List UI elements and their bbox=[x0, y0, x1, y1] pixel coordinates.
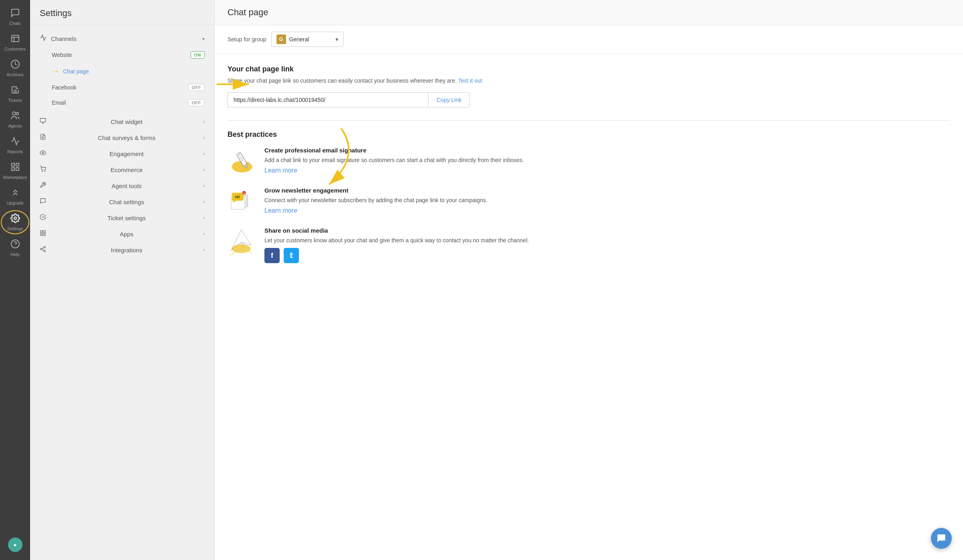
nav-customers[interactable]: Customers bbox=[0, 30, 30, 55]
nav-archives[interactable]: Archives bbox=[0, 55, 30, 81]
facebook-share-button[interactable]: f bbox=[264, 248, 280, 263]
ecommerce-chevron: › bbox=[203, 167, 205, 172]
chat-surveys-chevron: › bbox=[203, 135, 205, 140]
customers-icon bbox=[10, 34, 20, 45]
nav-marketplace[interactable]: Marketplace bbox=[0, 158, 30, 184]
email-signature-title: Create professional email signature bbox=[264, 147, 524, 154]
nav-settings[interactable]: Settings bbox=[0, 209, 30, 235]
practice-newsletter: Hi! ! Grow newsletter engagement Connect… bbox=[228, 187, 950, 216]
channel-facebook[interactable]: Facebook OFF bbox=[30, 80, 214, 95]
channels-label: Channels bbox=[51, 35, 76, 42]
section-ecommerce-label: Ecommerce bbox=[110, 166, 142, 173]
channel-chat-page-label: Chat page bbox=[63, 68, 89, 75]
settings-title: Settings bbox=[30, 0, 214, 25]
content-area: Your chat page link Share your chat page… bbox=[215, 54, 963, 560]
agent-tools-icon bbox=[40, 182, 46, 190]
marketplace-icon bbox=[10, 162, 20, 173]
nav-chats-label: Chats bbox=[9, 21, 21, 26]
best-practices-title: Best practices bbox=[228, 130, 950, 139]
section-ticket-settings[interactable]: Ticket settings › bbox=[30, 210, 214, 226]
svg-rect-11 bbox=[16, 168, 19, 170]
engagement-chevron: › bbox=[203, 151, 205, 156]
group-selector-bar: Setup for group G General ▾ bbox=[215, 25, 963, 54]
nav-tickets-label: Tickets bbox=[8, 98, 22, 103]
section-integrations-label: Integrations bbox=[111, 247, 142, 254]
nav-help-label: Help bbox=[10, 252, 20, 257]
svg-rect-8 bbox=[12, 163, 14, 166]
integrations-icon bbox=[40, 246, 46, 254]
settings-icon bbox=[10, 213, 20, 225]
group-name: General bbox=[289, 36, 309, 43]
nav-help[interactable]: Help bbox=[0, 235, 30, 261]
section-chat-surveys[interactable]: Chat surveys & forms › bbox=[30, 130, 214, 146]
chat-widget-chevron: › bbox=[203, 119, 205, 124]
ticket-settings-chevron: › bbox=[203, 215, 205, 221]
floating-chat-button[interactable] bbox=[931, 528, 952, 549]
chat-settings-icon bbox=[40, 198, 46, 206]
chat-page-link-desc: Share your chat page link so customers c… bbox=[228, 77, 950, 85]
svg-rect-25 bbox=[41, 233, 43, 235]
user-avatar[interactable]: ● bbox=[8, 538, 22, 552]
svg-point-12 bbox=[14, 217, 16, 219]
svg-rect-23 bbox=[41, 231, 43, 233]
nav-chats[interactable]: Chats bbox=[0, 4, 30, 30]
email-signature-icon-area bbox=[228, 147, 256, 176]
nav-reports[interactable]: Reports bbox=[0, 132, 30, 158]
email-signature-illustration bbox=[228, 147, 256, 176]
section-integrations[interactable]: Integrations › bbox=[30, 242, 214, 258]
settings-sidebar: Settings Channels ▾ Website ON → Chat pa… bbox=[30, 0, 215, 560]
svg-rect-9 bbox=[16, 163, 19, 166]
twitter-share-button[interactable]: 𝕥 bbox=[284, 248, 299, 263]
channels-header[interactable]: Channels ▾ bbox=[30, 30, 214, 47]
newsletter-icon-area: Hi! ! bbox=[228, 187, 256, 216]
channel-chat-page[interactable]: → Chat page bbox=[30, 63, 214, 80]
nav-agents[interactable]: Agents bbox=[0, 107, 30, 132]
social-media-title: Share on social media bbox=[264, 227, 529, 234]
chat-page-url-input[interactable] bbox=[228, 92, 428, 108]
copy-link-button[interactable]: Copy Link bbox=[428, 92, 470, 108]
left-nav: Chats Customers Archives Tickets Agents … bbox=[0, 0, 30, 560]
nav-tickets[interactable]: Tickets bbox=[0, 81, 30, 107]
svg-line-30 bbox=[42, 250, 44, 251]
section-chat-widget[interactable]: Chat widget › bbox=[30, 114, 214, 130]
link-input-row: Copy Link bbox=[228, 92, 950, 108]
practice-email-signature: Create professional email signature Add … bbox=[228, 147, 950, 176]
test-it-out-link[interactable]: Test it out bbox=[458, 77, 482, 84]
svg-text:!: ! bbox=[244, 191, 244, 195]
engagement-icon bbox=[40, 150, 46, 158]
section-agent-tools[interactable]: Agent tools › bbox=[30, 178, 214, 194]
section-engagement[interactable]: Engagement › bbox=[30, 146, 214, 162]
chat-widget-icon bbox=[40, 118, 46, 126]
newsletter-illustration: Hi! ! bbox=[228, 187, 256, 216]
section-apps[interactable]: Apps › bbox=[30, 226, 214, 242]
channel-website-badge: ON bbox=[191, 51, 205, 59]
section-ecommerce[interactable]: Ecommerce › bbox=[30, 162, 214, 178]
email-signature-text: Create professional email signature Add … bbox=[264, 147, 524, 174]
group-chevron: ▾ bbox=[335, 36, 338, 43]
help-icon bbox=[10, 239, 20, 250]
main-content: Chat page Setup for group G General ▾ Yo… bbox=[215, 0, 963, 560]
email-signature-learn-more[interactable]: Learn more bbox=[264, 167, 297, 174]
nav-upgrade[interactable]: Upgrade bbox=[0, 184, 30, 209]
chats-icon bbox=[10, 8, 20, 19]
channels-chevron: ▾ bbox=[202, 36, 205, 42]
nav-archives-label: Archives bbox=[6, 72, 23, 77]
svg-rect-24 bbox=[43, 231, 45, 233]
settings-nav: Channels ▾ Website ON → Chat page Facebo… bbox=[30, 25, 214, 560]
social-media-desc: Let your customers know about your chat … bbox=[264, 236, 529, 245]
main-title: Chat page bbox=[215, 0, 963, 25]
nav-marketplace-label: Marketplace bbox=[3, 175, 27, 180]
apps-chevron: › bbox=[203, 231, 205, 237]
svg-point-28 bbox=[41, 248, 42, 250]
chat-settings-chevron: › bbox=[203, 199, 205, 205]
group-avatar: G bbox=[276, 34, 286, 44]
channel-email-badge: OFF bbox=[188, 99, 205, 106]
channel-website[interactable]: Website ON bbox=[30, 47, 214, 63]
channel-email[interactable]: Email OFF bbox=[30, 95, 214, 110]
svg-rect-15 bbox=[40, 118, 45, 122]
newsletter-learn-more[interactable]: Learn more bbox=[264, 207, 297, 214]
agents-icon bbox=[10, 111, 20, 122]
svg-line-52 bbox=[248, 251, 252, 253]
section-chat-settings[interactable]: Chat settings › bbox=[30, 194, 214, 210]
group-select[interactable]: G General ▾ bbox=[271, 32, 343, 47]
